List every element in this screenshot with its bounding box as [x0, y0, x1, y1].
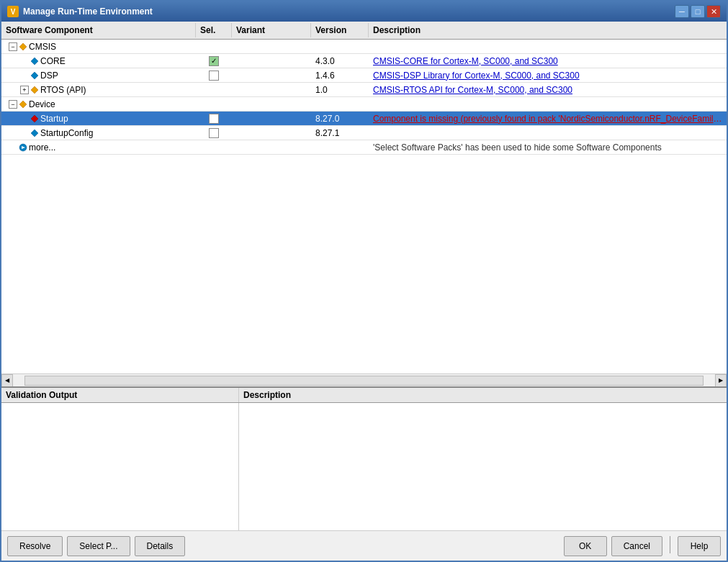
svg-marker-3 — [31, 86, 38, 94]
col-software-component: Software Component — [1, 23, 196, 37]
sel-checkbox[interactable] — [209, 71, 219, 81]
diamond-icon — [30, 86, 39, 94]
variant-cell — [232, 89, 311, 91]
diamond-icon — [30, 71, 39, 80]
h-scrollbar[interactable] — [24, 376, 704, 386]
diamond-icon — [30, 129, 39, 137]
table-row[interactable]: + RTOS (API) 1.0 CMSIS-RTOS API for Cort… — [1, 83, 727, 97]
resolve-button[interactable]: Resolve — [7, 536, 63, 556]
sel-cell[interactable] — [196, 69, 232, 82]
diamond-icon — [19, 42, 27, 51]
details-button[interactable]: Details — [135, 536, 186, 556]
button-bar: Resolve Select P... Details OK Cancel He… — [1, 530, 727, 561]
scroll-right-button[interactable]: ▶ — [715, 374, 727, 387]
window-title: Manage Run-Time Environment — [23, 6, 153, 17]
sel-cell — [196, 89, 232, 91]
sel-cell[interactable] — [196, 55, 232, 68]
cancel-button[interactable]: Cancel — [611, 536, 662, 556]
sel-cell[interactable] — [196, 127, 232, 140]
svg-marker-5 — [31, 115, 38, 122]
sel-checkbox[interactable] — [209, 56, 219, 66]
close-button[interactable]: ✕ — [706, 5, 721, 18]
col-version: Version — [311, 23, 369, 37]
svg-marker-1 — [31, 58, 38, 65]
desc-error-link[interactable]: Component is missing (previously found i… — [369, 112, 727, 125]
variant-cell — [232, 45, 311, 48]
table-row[interactable]: Startup 8.27.0 Component is missing (pre… — [1, 112, 727, 126]
version-cell: 4.3.0 — [311, 55, 369, 68]
component-table-body: − CMSIS — [1, 40, 727, 373]
tree-cell-device: − Device — [1, 98, 196, 111]
col-sel: Sel. — [196, 23, 232, 37]
tree-cell-startupconfig: StartupConfig — [1, 127, 196, 140]
sel-checkbox[interactable] — [209, 128, 219, 138]
maximize-button[interactable]: □ — [691, 5, 705, 18]
svg-marker-2 — [31, 72, 38, 79]
version-cell: 8.27.1 — [311, 127, 369, 140]
component-table-area: Software Component Sel. Variant Version … — [1, 22, 727, 386]
desc-link[interactable]: CMSIS-RTOS API for Cortex-M, SC000, and … — [369, 83, 727, 96]
tree-cell-rtos: + RTOS (API) — [1, 83, 196, 96]
version-cell: 8.27.0 — [311, 112, 369, 125]
title-bar: V Manage Run-Time Environment ─ □ ✕ — [1, 1, 727, 22]
select-packs-button[interactable]: Select P... — [67, 536, 130, 556]
expand-rtos[interactable]: + — [20, 86, 29, 94]
svg-marker-4 — [19, 101, 27, 108]
node-label: DSP — [40, 71, 58, 81]
minimize-button[interactable]: ─ — [675, 5, 689, 18]
bottom-header: Validation Output Description — [1, 388, 727, 403]
node-label: CORE — [40, 56, 66, 66]
table-header: Software Component Sel. Variant Version … — [1, 22, 727, 40]
desc-cell — [369, 132, 727, 135]
desc-info: 'Select Software Packs' has been used to… — [369, 141, 727, 154]
desc-cell — [369, 45, 727, 48]
expand-device[interactable]: − — [9, 100, 17, 109]
button-divider — [670, 536, 670, 553]
sel-checkbox[interactable] — [209, 114, 219, 124]
desc-link[interactable]: CMSIS-CORE for Cortex-M, SC000, and SC30… — [369, 55, 727, 68]
desc-link[interactable] — [369, 103, 727, 106]
tree-cell-core: CORE — [1, 55, 196, 68]
svg-marker-6 — [31, 130, 38, 137]
variant-cell — [232, 60, 311, 63]
variant-cell — [232, 146, 311, 149]
desc-link[interactable]: CMSIS-DSP Library for Cortex-M, SC000, a… — [369, 69, 727, 82]
variant-cell — [232, 74, 311, 77]
table-row[interactable]: − CMSIS — [1, 40, 727, 54]
bottom-section: Validation Output Description — [1, 386, 727, 530]
scroll-left-button[interactable]: ◀ — [1, 374, 13, 387]
window-icon: V — [7, 6, 19, 17]
manage-rte-window: V Manage Run-Time Environment ─ □ ✕ Soft… — [0, 0, 728, 562]
arrow-icon — [19, 143, 27, 152]
help-button[interactable]: Help — [678, 536, 721, 556]
table-row[interactable]: more... 'Select Software Packs' has been… — [1, 140, 727, 155]
sel-cell — [196, 146, 232, 149]
table-row[interactable]: CORE 4.3.0 CMSIS-CORE for Cortex-M, SC00… — [1, 54, 727, 68]
table-row[interactable]: DSP 1.4.6 CMSIS-DSP Library for Cortex-M… — [1, 68, 727, 83]
variant-cell — [232, 132, 311, 135]
diamond-icon — [30, 114, 39, 123]
node-label: CMSIS — [29, 42, 56, 52]
sel-cell — [196, 103, 232, 106]
col-description: Description — [369, 23, 727, 37]
version-cell — [311, 45, 369, 48]
right-buttons: OK Cancel Help — [564, 536, 721, 556]
bottom-body — [1, 403, 727, 530]
node-label: StartupConfig — [40, 128, 93, 138]
ok-button[interactable]: OK — [564, 536, 607, 556]
version-cell — [311, 103, 369, 106]
node-label: RTOS (API) — [40, 85, 86, 95]
table-row[interactable]: − Device — [1, 97, 727, 112]
diamond-icon — [30, 57, 39, 65]
description-panel — [239, 403, 727, 530]
variant-cell — [232, 117, 311, 120]
h-scrollbar-area: ◀ ▶ — [1, 373, 727, 386]
col-variant: Variant — [232, 23, 311, 37]
validation-output-panel — [1, 403, 239, 530]
table-row[interactable]: StartupConfig 8.27.1 — [1, 126, 727, 140]
node-label: more... — [29, 142, 55, 153]
tree-cell-startup: Startup — [1, 112, 196, 125]
sel-cell[interactable] — [196, 112, 232, 125]
svg-marker-0 — [19, 43, 27, 50]
expand-cmsis[interactable]: − — [9, 42, 17, 51]
